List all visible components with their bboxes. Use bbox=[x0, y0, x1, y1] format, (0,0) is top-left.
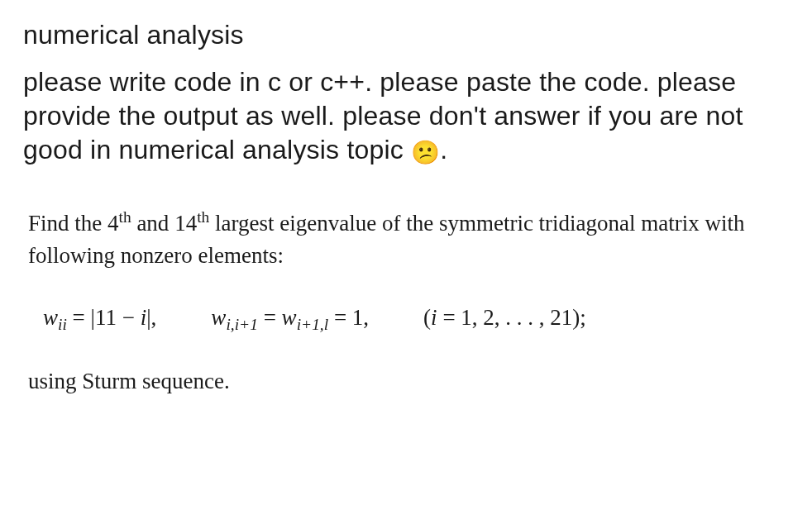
equation-row: wii = |11 − i|, wi,i+1 = wi+1,l = 1, (i … bbox=[28, 302, 772, 334]
instructions-period: . bbox=[440, 135, 447, 164]
ordinal-14: 14 bbox=[174, 211, 197, 236]
equation-diagonal: wii = |11 − i|, bbox=[43, 302, 156, 334]
eq3-open: ( bbox=[423, 305, 431, 330]
instructions-text: please write code in c or c++. please pa… bbox=[23, 65, 789, 168]
eq3-i: i bbox=[431, 305, 437, 330]
equation-range: (i = 1, 2, . . . , 21); bbox=[423, 302, 586, 334]
problem-text-mid: and bbox=[131, 211, 174, 236]
problem-text-pre: Find the bbox=[28, 211, 107, 236]
eq2-sub2: i+1,l bbox=[297, 316, 329, 333]
confused-face-icon: 😕 bbox=[411, 140, 440, 165]
problem-paragraph: Find the 4th and 14th largest eigenvalue… bbox=[28, 207, 772, 272]
equation-offdiagonal: wi,i+1 = wi+1,l = 1, bbox=[211, 302, 369, 334]
problem-statement: Find the 4th and 14th largest eigenvalue… bbox=[23, 207, 789, 398]
eq2-w2: w bbox=[282, 305, 297, 330]
eq2-sub1: i,i+1 bbox=[226, 316, 258, 333]
eq1-w: w bbox=[43, 305, 58, 330]
eq1-sub: ii bbox=[58, 316, 67, 333]
ordinal-14-suffix: th bbox=[197, 208, 209, 226]
ordinal-4: 4 bbox=[107, 211, 119, 236]
ordinal-4-suffix: th bbox=[119, 208, 131, 226]
eq1-mid: = |11 − bbox=[67, 305, 141, 330]
eq3-rest: = 1, 2, . . . , 21); bbox=[437, 305, 586, 330]
eq2-eq2: = 1, bbox=[328, 305, 369, 330]
problem-closing: using Sturm sequence. bbox=[28, 365, 772, 398]
topic-title: numerical analysis bbox=[23, 20, 789, 50]
eq1-end: |, bbox=[146, 305, 156, 330]
instructions-body: please write code in c or c++. please pa… bbox=[23, 67, 743, 164]
eq2-eq1: = bbox=[258, 305, 282, 330]
eq2-w1: w bbox=[211, 305, 226, 330]
